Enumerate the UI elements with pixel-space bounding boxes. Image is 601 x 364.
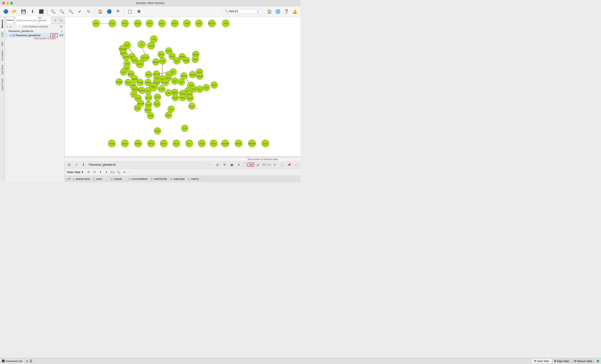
panel-menu-icon[interactable]: ≡ bbox=[53, 18, 58, 23]
node-tbk3[interactable]: TBK3 bbox=[192, 56, 199, 63]
node-b4galt[interactable]: B4GALT bbox=[121, 140, 129, 147]
network-search-input[interactable] bbox=[17, 19, 37, 22]
gear-icon[interactable]: ⚙ bbox=[59, 24, 63, 29]
sidebar-tab-layout[interactable]: Layout Tools bbox=[1, 77, 4, 93]
network-subitem[interactable]: ● ⊞ Pancancer_genelist.txt 127 458 bbox=[5, 33, 65, 38]
select-nodes-icon[interactable]: ◎ bbox=[214, 162, 220, 168]
import-rows-icon[interactable]: ⬆ bbox=[98, 170, 103, 175]
column-icon[interactable]: ☰ bbox=[92, 170, 97, 175]
node-kras[interactable]: KRAS bbox=[136, 60, 144, 68]
sidebar-tab-annotation[interactable]: Annotation bbox=[1, 48, 4, 63]
show-table-icon[interactable]: ⊞ bbox=[135, 8, 143, 16]
close-panel-icon[interactable]: — bbox=[293, 162, 299, 168]
refresh-icon[interactable]: ↻ bbox=[85, 8, 92, 16]
formula-icon[interactable]: f(x) bbox=[110, 170, 115, 175]
node-mll3[interactable]: MLL3 bbox=[186, 140, 193, 147]
export-rows-icon[interactable]: ⬇ bbox=[104, 170, 109, 175]
node-prx[interactable]: PRX bbox=[222, 20, 229, 27]
select-box-icon[interactable]: ▣ bbox=[229, 162, 235, 168]
search-input[interactable] bbox=[229, 10, 256, 13]
node-foxa[interactable]: FOXA bbox=[162, 79, 169, 86]
label-icon[interactable]: A bbox=[236, 162, 242, 168]
node-arid5b[interactable]: ARID5B bbox=[196, 73, 203, 80]
toggle-icon[interactable]: 🔵 bbox=[105, 8, 113, 16]
sidebar-tab-network[interactable]: Network bbox=[1, 18, 4, 30]
node-eppk1[interactable]: EPPK1 bbox=[121, 20, 129, 27]
sidebar-tab-filter[interactable]: Filter bbox=[1, 39, 4, 48]
import-table-icon[interactable]: ⬛ bbox=[37, 8, 45, 16]
nav-home-icon[interactable]: 🏠 bbox=[265, 8, 273, 16]
node-mll4[interactable]: MLL4 bbox=[173, 140, 180, 147]
node-fbxo7[interactable]: FBX07 bbox=[174, 57, 180, 64]
node-eph86[interactable]: EPH86 bbox=[154, 127, 161, 134]
node-tshz2[interactable]: TSHZ2 bbox=[198, 140, 206, 147]
search-clear-icon[interactable]: ✕ bbox=[257, 10, 260, 13]
node-tshz1[interactable]: TSHZ1 bbox=[210, 140, 217, 147]
node-pcbp1[interactable]: PCBP1 bbox=[154, 100, 160, 107]
node-myop[interactable]: MYOP bbox=[158, 51, 165, 58]
node-ezh2[interactable]: EZH2 bbox=[171, 77, 178, 85]
node-lifr[interactable]: LIFR bbox=[150, 36, 157, 43]
node-wt1[interactable]: WT1 bbox=[168, 106, 175, 113]
select-edges-icon[interactable]: ⧉ bbox=[221, 162, 228, 168]
pin-icon[interactable]: 📌 bbox=[286, 162, 292, 168]
export-icon[interactable]: ⬆ bbox=[80, 162, 87, 168]
node-rb1[interactable]: RB1 bbox=[145, 87, 151, 94]
node-setbp1[interactable]: SETBP1 bbox=[171, 20, 179, 27]
node-stag2[interactable]: STAG2 bbox=[172, 94, 179, 101]
nav-help-icon[interactable]: ❓ bbox=[282, 8, 290, 16]
node-bap1[interactable]: BAP1 bbox=[165, 112, 172, 119]
node-runx1[interactable]: RUNX1 bbox=[145, 71, 152, 78]
checkbox[interactable] bbox=[243, 163, 246, 166]
grid-icon[interactable]: ⊞ bbox=[66, 162, 72, 168]
node-brca2[interactable]: BRCA2 bbox=[187, 95, 193, 102]
new-table-icon[interactable]: 📄 bbox=[200, 162, 206, 168]
node-pik3r1[interactable]: PIK3R1 bbox=[142, 54, 149, 61]
node-jak1[interactable]: JAK1 bbox=[178, 78, 185, 85]
network-item[interactable]: Pancancer_genelist.txt 1 bbox=[5, 29, 65, 33]
node-nsd1[interactable]: NSD1 bbox=[158, 20, 166, 27]
collapse-icon[interactable]: ∨ bbox=[6, 25, 8, 28]
node-kdm6a[interactable]: KDM6A bbox=[183, 57, 190, 64]
zoom-selected-icon[interactable]: ✔ bbox=[76, 8, 84, 16]
node-smc1[interactable]: SMC1 bbox=[179, 94, 186, 101]
panel-search-icon[interactable]: 🔍 bbox=[58, 18, 63, 23]
node-dnmt3a[interactable]: DNMT3A bbox=[189, 71, 196, 78]
node-ercc2[interactable]: ERCC2 bbox=[181, 73, 188, 79]
node-notch1[interactable]: NOTCH1 bbox=[158, 86, 165, 92]
node-dgfra[interactable]: DGFRA bbox=[148, 42, 155, 49]
expand-icon[interactable]: ⋀ bbox=[9, 25, 11, 28]
node-setd2[interactable]: SETD2 bbox=[211, 82, 218, 88]
node-polo[interactable]: POLO bbox=[196, 86, 203, 93]
sidebar-tab-style[interactable]: Style bbox=[1, 30, 4, 39]
expand-panel-icon[interactable]: ⬜ bbox=[279, 162, 285, 168]
import-col-icon[interactable]: ➡ bbox=[122, 170, 127, 175]
node-malat1[interactable]: MALAT1 bbox=[235, 140, 242, 147]
close-button[interactable] bbox=[2, 2, 5, 4]
home-icon[interactable]: 🏠 bbox=[96, 8, 104, 16]
node-acvr2a[interactable]: ACVR2A bbox=[116, 78, 122, 85]
select-all-icon[interactable]: ⁘ bbox=[207, 162, 213, 168]
zoom-fit-icon[interactable]: 🔍 bbox=[67, 8, 75, 16]
node-nfe2l1[interactable]: NFE2L1 bbox=[148, 140, 155, 147]
node-mapkbp5[interactable]: MAPKBP5 bbox=[248, 140, 256, 147]
node-cdkn1a[interactable]: CDKN1A bbox=[138, 87, 145, 94]
node-spop[interactable]: SPOP bbox=[146, 20, 153, 27]
node-mir142[interactable]: MIR142 bbox=[134, 20, 141, 27]
save-icon[interactable]: 💾 bbox=[20, 8, 28, 16]
node-cdh1[interactable]: CDH1 bbox=[159, 57, 166, 64]
node-atrx[interactable]: ATRX bbox=[203, 84, 210, 91]
node-hist1h2bo[interactable]: HIST1H2B0 bbox=[221, 140, 230, 147]
move-icon[interactable]: ✛ bbox=[272, 162, 278, 168]
zoom-in-icon[interactable]: 🔍 bbox=[49, 8, 57, 16]
node-nfe2l2[interactable]: NFE2L2 bbox=[145, 94, 152, 101]
node-cripak[interactable]: CRPAK bbox=[134, 140, 142, 147]
minimize-button[interactable] bbox=[6, 2, 9, 4]
node-tet2[interactable]: TET2 bbox=[181, 125, 188, 132]
open-icon[interactable]: 🔵 bbox=[2, 8, 10, 16]
node-erbb4[interactable]: ERBB4 bbox=[152, 58, 159, 65]
settings-icon[interactable]: ⚙ bbox=[86, 170, 91, 175]
node-fgfr3[interactable]: FGFR3 bbox=[122, 54, 129, 60]
node-table-label[interactable]: Node Table ▼ bbox=[66, 171, 85, 174]
share-icon[interactable]: ↗ bbox=[73, 162, 80, 168]
